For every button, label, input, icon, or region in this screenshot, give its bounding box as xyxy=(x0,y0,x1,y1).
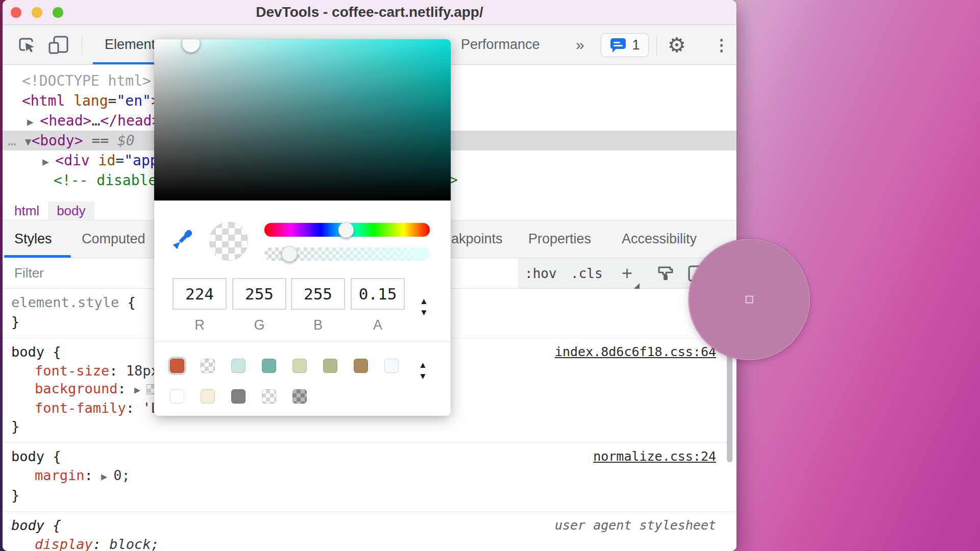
stepper-up-icon[interactable]: ▲ xyxy=(420,297,428,306)
palette-stepper[interactable]: ▲ ▼ xyxy=(419,361,427,381)
tab-performance[interactable]: Performance xyxy=(461,25,540,64)
palette-row-2 xyxy=(170,389,307,404)
issues-button[interactable]: 1 xyxy=(601,33,649,57)
window-title: DevTools - coffee-cart.netlify.app/ xyxy=(256,4,483,20)
css-property[interactable]: display: block; xyxy=(11,535,716,551)
issues-count: 1 xyxy=(632,37,640,53)
alpha-slider[interactable] xyxy=(264,247,430,261)
palette-swatch[interactable] xyxy=(354,359,368,373)
css-property[interactable]: margin: ▶ 0; xyxy=(11,466,716,486)
inspect-element-icon[interactable] xyxy=(17,35,36,55)
zoom-window-button[interactable] xyxy=(53,7,63,18)
palette-swatch[interactable] xyxy=(201,389,215,404)
minimize-window-button[interactable] xyxy=(32,7,42,18)
red-value-input[interactable]: 224 xyxy=(173,278,227,310)
palette-swatch[interactable] xyxy=(262,359,276,373)
green-value-input[interactable]: 255 xyxy=(232,278,286,310)
palette-swatch[interactable] xyxy=(384,359,399,373)
css-selector[interactable]: body xyxy=(11,517,44,533)
eyedropper-loupe[interactable] xyxy=(689,239,810,360)
palette-down-icon[interactable]: ▼ xyxy=(419,372,427,381)
green-label: G xyxy=(232,317,286,333)
css-selector[interactable]: body xyxy=(11,344,44,360)
window-titlebar: DevTools - coffee-cart.netlify.app/ xyxy=(3,0,737,25)
toggle-hover-state-button[interactable]: :hov xyxy=(525,258,557,288)
picker-divider xyxy=(154,341,451,342)
alpha-value-input[interactable]: 0.15 xyxy=(351,278,405,310)
palette-swatch[interactable] xyxy=(170,389,184,404)
stylesheet-source-link[interactable]: normalize.css:24 xyxy=(593,447,716,466)
css-rule: normalize.css:24body {margin: ▶ 0;} xyxy=(3,443,737,512)
tab-breakpoints-partial[interactable]: akpoints xyxy=(451,220,503,258)
red-label: R xyxy=(173,317,227,333)
css-selector[interactable]: element.style xyxy=(11,294,119,310)
close-window-button[interactable] xyxy=(11,7,21,18)
loupe-center-pixel xyxy=(746,296,753,304)
expand-shorthand-icon: ▶ xyxy=(134,384,146,396)
alpha-label: A xyxy=(351,317,405,333)
active-tab-underline xyxy=(93,62,159,64)
tab-computed[interactable]: Computed xyxy=(82,220,145,258)
blue-label: B xyxy=(291,317,345,333)
hue-slider[interactable] xyxy=(264,223,430,237)
saturation-value-knob[interactable] xyxy=(182,39,200,53)
palette-up-icon[interactable]: ▲ xyxy=(419,361,427,369)
breadcrumb-item-body[interactable]: body xyxy=(48,202,94,220)
expand-shorthand-icon: ▶ xyxy=(101,470,113,483)
device-toolbar-icon[interactable] xyxy=(47,35,70,55)
alpha-slider-thumb[interactable] xyxy=(281,246,297,262)
blue-value-input[interactable]: 255 xyxy=(291,278,345,310)
color-picker-dialog: 224 255 255 0.15 R G B A ▲ ▼ ▲ ▼ xyxy=(154,39,451,416)
saturation-value-area[interactable] xyxy=(154,39,451,201)
tab-elements[interactable]: Elements xyxy=(105,25,162,64)
palette-row-1 xyxy=(170,359,399,373)
palette-swatch[interactable] xyxy=(231,359,246,373)
toolbar-divider xyxy=(82,35,82,55)
breadcrumb-item-html[interactable]: html xyxy=(6,202,48,220)
kebab-menu-icon[interactable]: ⋮ xyxy=(714,35,729,54)
eyedropper-icon[interactable] xyxy=(170,227,197,254)
palette-swatch[interactable] xyxy=(292,359,307,373)
styles-tab-underline xyxy=(4,255,71,258)
color-format-stepper[interactable]: ▲ ▼ xyxy=(420,297,428,317)
rendering-brush-icon[interactable] xyxy=(657,258,674,288)
palette-swatch[interactable] xyxy=(262,389,276,404)
tab-styles[interactable]: Styles xyxy=(14,220,52,258)
palette-swatch[interactable] xyxy=(292,389,307,404)
css-selector[interactable]: body xyxy=(11,448,44,464)
stylesheet-source-link[interactable]: index.8d6c6f18.css:64 xyxy=(555,342,716,362)
tab-accessibility[interactable]: Accessibility xyxy=(622,220,697,258)
palette-swatch[interactable] xyxy=(231,389,246,404)
toolbar-divider xyxy=(656,35,657,55)
stylesheet-source-link: user agent stylesheet xyxy=(555,516,716,535)
issues-chat-icon xyxy=(609,37,627,54)
new-rule-dropdown-corner xyxy=(634,283,640,289)
css-rule: user agent stylesheetbody {display: bloc… xyxy=(3,512,737,551)
toggle-class-button[interactable]: .cls xyxy=(571,258,603,288)
palette-swatch[interactable] xyxy=(323,359,337,373)
palette-swatch[interactable] xyxy=(170,359,184,373)
tab-properties[interactable]: Properties xyxy=(528,220,591,258)
settings-gear-icon[interactable]: ⚙ xyxy=(668,35,686,55)
traffic-lights xyxy=(11,0,63,24)
palette-swatch[interactable] xyxy=(201,359,215,373)
hue-slider-thumb[interactable] xyxy=(338,222,354,238)
stepper-down-icon[interactable]: ▼ xyxy=(420,308,428,317)
transparency-preview-swatch xyxy=(209,222,248,261)
more-tabs-button[interactable]: » xyxy=(576,25,584,64)
